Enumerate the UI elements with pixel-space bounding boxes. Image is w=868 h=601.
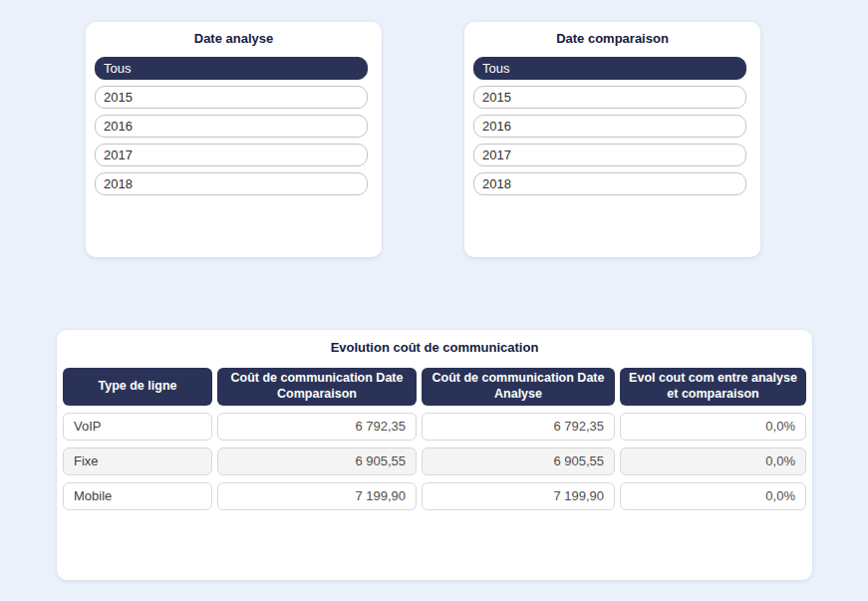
filter-options: Tous2015201620172018 xyxy=(86,57,382,195)
measure-cell: 6 792,35 xyxy=(217,413,417,441)
filter-option-2015[interactable]: 2015 xyxy=(95,86,368,109)
dimension-cell[interactable]: VoIP xyxy=(63,413,212,441)
measure-cell: 0,0% xyxy=(620,482,806,510)
table-body: VoIP6 792,356 792,350,0%Fixe6 905,556 90… xyxy=(63,413,806,510)
filter-option-tous[interactable]: Tous xyxy=(95,57,368,80)
table-title: Evolution coût de communication xyxy=(57,330,812,355)
filter-option-tous[interactable]: Tous xyxy=(473,57,746,80)
measure-cell: 7 199,90 xyxy=(217,482,417,510)
measure-cell: 6 905,55 xyxy=(217,448,417,475)
filter-panel-date-comparaison: Date comparaison Tous2015201620172018 xyxy=(464,22,760,257)
table-header-row: Type de ligneCoût de communication Date … xyxy=(63,368,806,406)
table-row: Fixe6 905,556 905,550,0% xyxy=(63,448,806,475)
measure-cell: 7 199,90 xyxy=(422,482,615,510)
filter-option-2015[interactable]: 2015 xyxy=(473,86,746,109)
filter-options: Tous2015201620172018 xyxy=(464,57,760,195)
filter-panel-date-analyse: Date analyse Tous2015201620172018 xyxy=(86,22,382,257)
filter-option-2017[interactable]: 2017 xyxy=(95,144,368,166)
filter-panel-title: Date comparaison xyxy=(464,22,760,47)
table-row: VoIP6 792,356 792,350,0% xyxy=(63,413,806,441)
filter-option-2016[interactable]: 2016 xyxy=(95,115,368,138)
column-header[interactable]: Coût de communication Date Analyse xyxy=(422,368,615,406)
dimension-cell[interactable]: Fixe xyxy=(63,448,212,475)
table: Type de ligneCoût de communication Date … xyxy=(57,368,812,510)
measure-cell: 0,0% xyxy=(620,448,806,475)
table-panel-evolution-cout: Evolution coût de communication Type de … xyxy=(57,330,812,580)
filter-option-2017[interactable]: 2017 xyxy=(473,144,746,166)
filter-option-2018[interactable]: 2018 xyxy=(95,172,368,195)
table-row: Mobile7 199,907 199,900,0% xyxy=(63,482,806,510)
column-header[interactable]: Coût de communication Date Comparaison xyxy=(217,368,417,406)
filter-option-2018[interactable]: 2018 xyxy=(473,172,746,195)
filter-option-2016[interactable]: 2016 xyxy=(473,115,746,138)
measure-cell: 0,0% xyxy=(620,413,806,441)
measure-cell: 6 905,55 xyxy=(422,448,615,475)
measure-cell: 6 792,35 xyxy=(422,413,615,441)
column-header[interactable]: Evol cout com entre analyse et comparais… xyxy=(620,368,806,406)
column-header[interactable]: Type de ligne xyxy=(63,368,212,406)
filter-panel-title: Date analyse xyxy=(86,22,382,47)
dimension-cell[interactable]: Mobile xyxy=(63,482,212,510)
